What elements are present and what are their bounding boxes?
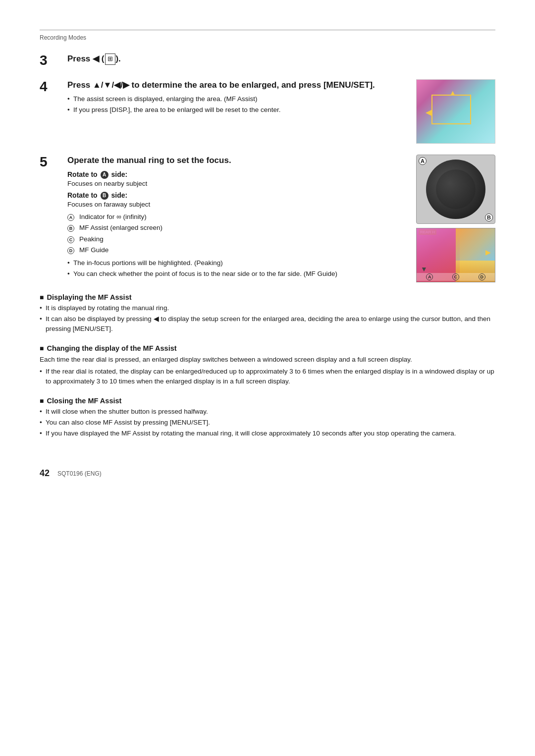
step-5-text: Operate the manual ring to set the focus… <box>67 155 406 282</box>
closing-mf-bullet-3: If you have displayed the MF Assist by r… <box>40 429 495 438</box>
step-3-number: 3 <box>40 53 63 68</box>
step-4-text: Press ▲/▼/◀/▶ to determine the area to b… <box>67 79 406 144</box>
rotate-b-desc: Focuses on faraway subject <box>67 201 406 208</box>
icon-grid: ⊞ <box>105 54 115 64</box>
step-5-content: Operate the manual ring to set the focus… <box>67 155 495 282</box>
letter-a: A <box>67 212 77 222</box>
step-4: 4 Press ▲/▼/◀/▶ to determine the area to… <box>40 79 495 144</box>
lettered-text-d: MF Guide <box>79 245 108 255</box>
step-4-image: ◀ ▲ <box>416 79 495 144</box>
rotate-a-label: Rotate to A side: <box>67 170 406 179</box>
circle-a: A <box>101 171 108 179</box>
step-4-layout: Press ▲/▼/◀/▶ to determine the area to b… <box>67 79 495 144</box>
section-changing-mf-bullets: If the rear dial is rotated, the display… <box>40 367 495 387</box>
camera-lens-image: A B <box>416 155 495 224</box>
step-3-content: Press ◀ (⊞). <box>67 53 495 68</box>
page-footer: 42 SQT0196 (ENG) <box>40 468 495 479</box>
top-rule <box>40 30 495 30</box>
camera-screen-image: REAR H ▼ ▶ A C D <box>416 228 495 282</box>
section-changing-mf-body: Each time the rear dial is pressed, an e… <box>40 354 495 365</box>
step-3-title: Press ◀ (⊞). <box>67 53 495 65</box>
arrow-left-icon: ◀ <box>426 108 431 117</box>
step-5-layout: Operate the manual ring to set the focus… <box>67 155 495 282</box>
displaying-mf-bullet-2: It can also be displayed by pressing ◀ t… <box>40 314 495 334</box>
step-3: 3 Press ◀ (⊞). <box>40 53 495 68</box>
step-5-images: A B REAR H ▼ ▶ <box>416 155 495 282</box>
page-container: Recording Modes 3 Press ◀ (⊞). 4 Press ▲… <box>0 0 535 518</box>
screen-arrow-down: ▼ <box>421 265 428 273</box>
selection-box <box>431 95 471 124</box>
step-4-number: 4 <box>40 79 63 95</box>
label-a-overlay: A <box>419 157 427 165</box>
section-closing-mf-heading: Closing the MF Assist <box>40 397 495 405</box>
step-4-bullet-1: The assist screen is displayed, enlargin… <box>67 94 406 104</box>
rotate-b-label: Rotate to B side: <box>67 191 406 200</box>
changing-mf-bullet-1: If the rear dial is rotated, the display… <box>40 367 495 387</box>
step-5-bullet-1: The in-focus portions will be highlighte… <box>67 258 406 268</box>
rotate-a-desc: Focuses on nearby subject <box>67 180 406 187</box>
lettered-item-c: C Peaking <box>67 234 406 244</box>
letter-d: D <box>67 245 77 255</box>
arrow-up-icon: ▲ <box>449 89 457 98</box>
screen-label-c: C <box>452 273 459 280</box>
step-5-number: 5 <box>40 155 63 170</box>
section-changing-mf-title: Changing the display of the MF Assist <box>47 344 176 352</box>
lettered-text-a: Indicator for ∞ (infinity) <box>79 212 147 222</box>
step-5: 5 Operate the manual ring to set the foc… <box>40 155 495 282</box>
page-number: 42 <box>40 468 50 479</box>
lettered-item-a: A Indicator for ∞ (infinity) <box>67 212 406 222</box>
screen-label-a: A <box>426 273 433 280</box>
lens-graphic <box>426 160 485 219</box>
step-5-lettered-list: A Indicator for ∞ (infinity) B MF Assist… <box>67 212 406 255</box>
section-changing-mf-heading: Changing the display of the MF Assist <box>40 344 495 352</box>
mf-assist-area-image: ◀ ▲ <box>416 79 495 144</box>
screen-label-d: D <box>479 273 485 280</box>
section-closing-mf-title: Closing the MF Assist <box>47 397 121 405</box>
breadcrumb: Recording Modes <box>40 34 495 41</box>
step-5-title: Operate the manual ring to set the focus… <box>67 155 406 166</box>
step-4-bullet-2: If you press [DISP.], the area to be enl… <box>67 105 406 115</box>
page-code: SQT0196 (ENG) <box>57 470 102 477</box>
section-displaying-mf-title: Displaying the MF Assist <box>47 293 131 301</box>
step-5-bullet-2: You can check whether the point of focus… <box>67 269 406 279</box>
displaying-mf-bullet-1: It is displayed by rotating the manual r… <box>40 303 495 313</box>
letter-b: B <box>67 223 77 233</box>
lettered-text-b: MF Assist (enlarged screen) <box>79 223 162 233</box>
circle-b: B <box>101 192 108 200</box>
screen-arrow-right: ▶ <box>485 248 491 256</box>
section-displaying-mf-heading: Displaying the MF Assist <box>40 293 495 301</box>
step-4-content: Press ▲/▼/◀/▶ to determine the area to b… <box>67 79 495 144</box>
closing-mf-bullet-1: It will close when the shutter button is… <box>40 407 495 417</box>
lettered-text-c: Peaking <box>79 234 104 244</box>
step-4-bullets: The assist screen is displayed, enlargin… <box>67 94 406 115</box>
section-closing-mf-bullets: It will close when the shutter button is… <box>40 407 495 439</box>
screen-bottom-labels: A C D <box>417 273 495 281</box>
letter-c: C <box>67 234 77 244</box>
step-3-title-text: Press ◀ (⊞). <box>67 54 121 63</box>
closing-mf-bullet-2: You can also close MF Assist by pressing… <box>40 418 495 428</box>
section-displaying-mf-bullets: It is displayed by rotating the manual r… <box>40 303 495 334</box>
label-b-overlay: B <box>485 214 493 221</box>
lettered-item-b: B MF Assist (enlarged screen) <box>67 223 406 233</box>
lettered-item-d: D MF Guide <box>67 245 406 255</box>
step-4-title: Press ▲/▼/◀/▶ to determine the area to b… <box>67 79 406 91</box>
step-5-bullets: The in-focus portions will be highlighte… <box>67 258 406 279</box>
